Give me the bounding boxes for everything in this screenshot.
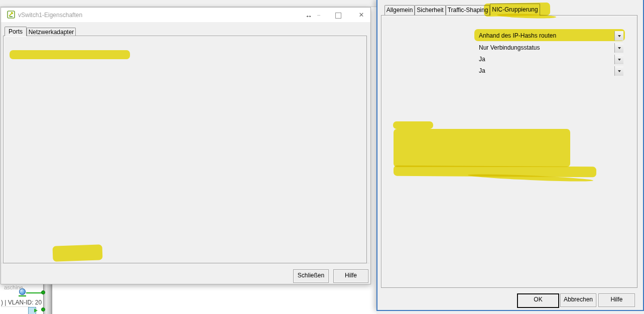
tab-allgemein[interactable]: Allgemein	[384, 5, 415, 15]
hilfe-button[interactable]: Hilfe	[333, 269, 368, 283]
ok-button[interactable]: OK	[517, 293, 559, 308]
tab-netzwerkadapter[interactable]: Netzwerkadapter	[27, 28, 76, 36]
failover-ermittlung-combobox[interactable]: Nur Verbindungsstatus	[476, 43, 624, 53]
hilfe-button[interactable]: Hilfe	[598, 293, 635, 307]
minimize-icon[interactable]: –	[313, 10, 324, 21]
ports-tabpage	[3, 36, 367, 263]
tab-nic-gruppierung[interactable]: NIC-Gruppierung	[490, 4, 540, 16]
lastausgleich-combobox[interactable]: Anhand des IP-Hashs routen	[476, 31, 624, 41]
switches-benachrichtigen-combobox[interactable]: Ja	[476, 54, 624, 65]
diagram-dotted-line	[1, 306, 29, 307]
screen: aschine ) | VLAN-ID: 20 vSwitch1-Eigensc…	[0, 0, 644, 314]
nic-teaming-dialog: Allgemein Sicherheit Traffic-Shaping NIC…	[376, 0, 644, 311]
vlan-label: ) | VLAN-ID: 20	[1, 299, 42, 306]
connection-dot	[41, 290, 45, 294]
tab-sicherheit[interactable]: Sicherheit	[415, 5, 446, 15]
tab-ports[interactable]: Ports	[5, 27, 27, 36]
vswitch-properties-dialog: vSwitch1-Eigenschaften ↔ – ✕ Ports Netzw…	[1, 7, 371, 284]
dialog-icon	[7, 11, 15, 19]
schliessen-button[interactable]: Schließen	[293, 269, 329, 283]
chevron-down-icon[interactable]	[614, 43, 623, 53]
background-strip	[376, 311, 644, 314]
chevron-down-icon[interactable]	[614, 55, 623, 64]
titlebar: vSwitch1-Eigenschaften ↔ – ✕	[1, 8, 370, 22]
chevron-down-icon[interactable]	[614, 66, 623, 76]
maximize-icon[interactable]	[335, 13, 341, 19]
portgroup-icon	[19, 288, 26, 295]
failback-combobox[interactable]: Ja	[476, 66, 624, 76]
diagram-connector	[26, 292, 43, 293]
close-icon[interactable]: ✕	[356, 10, 367, 21]
chevron-down-icon[interactable]	[614, 31, 623, 41]
abbrechen-button[interactable]: Abbrechen	[560, 293, 596, 307]
connection-dot	[41, 307, 45, 311]
tab-traffic-shaping[interactable]: Traffic-Shaping	[446, 5, 490, 15]
background-window-edge	[0, 0, 376, 7]
resize-icon[interactable]: ↔	[303, 10, 314, 21]
dialog-title: vSwitch1-Eigenschaften	[18, 12, 82, 19]
vm-icon	[28, 307, 36, 314]
